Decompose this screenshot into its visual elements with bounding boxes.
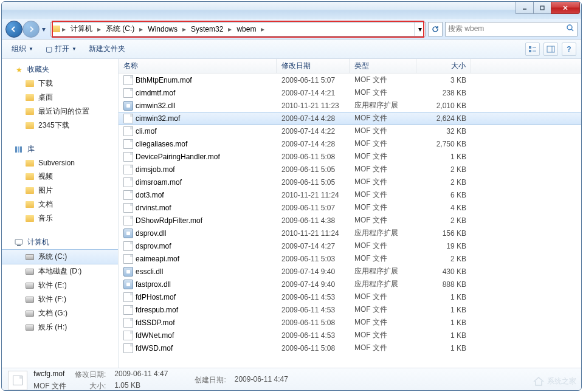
file-row[interactable]: fdrespub.mof 2009-06-11 4:53 MOF 文件 1 KB <box>119 303 581 316</box>
view-mode-button[interactable] <box>525 43 540 56</box>
file-row[interactable]: cimdmtf.mof 2009-07-14 4:21 MOF 文件 238 K… <box>119 86 581 99</box>
nav-item[interactable]: 视频 <box>2 170 118 184</box>
file-row[interactable]: drvinst.mof 2009-06-11 5:07 MOF 文件 4 KB <box>119 201 581 214</box>
open-icon: ▢ <box>46 45 52 53</box>
file-row[interactable]: cli.mof 2009-07-14 4:22 MOF 文件 32 KB <box>119 125 581 137</box>
nav-item[interactable]: 文档 <box>2 198 118 211</box>
chevron-right-icon[interactable]: ▸ <box>61 25 67 33</box>
file-row[interactable]: dsprov.mof 2009-07-14 4:27 MOF 文件 19 KB <box>119 239 581 252</box>
forward-button[interactable] <box>22 21 40 38</box>
file-row[interactable]: fdWNet.mof 2009-06-11 4:53 MOF 文件 1 KB <box>119 329 581 342</box>
nav-item[interactable]: 系统 (C:) <box>2 249 118 264</box>
nav-item[interactable]: 文档 (G:) <box>2 306 118 320</box>
nav-group-header[interactable]: ★收藏夹 <box>2 63 118 77</box>
maximize-button[interactable] <box>533 2 551 14</box>
file-name: BthMtpEnum.mof <box>136 76 192 84</box>
file-row[interactable]: cimwin32.dll 2010-11-21 11:23 应用程序扩展 2,0… <box>119 99 581 112</box>
document-icon <box>123 114 133 123</box>
file-date: 2009-07-14 9:40 <box>277 280 350 289</box>
file-row[interactable]: dsprov.dll 2010-11-21 11:24 应用程序扩展 156 K… <box>119 227 581 239</box>
document-icon <box>123 165 133 174</box>
chevron-right-icon[interactable]: ▸ <box>260 25 266 33</box>
dll-icon <box>123 267 133 277</box>
column-date[interactable]: 修改日期 <box>277 59 350 73</box>
nav-item-icon <box>25 79 35 89</box>
chevron-right-icon[interactable]: ▸ <box>181 25 187 33</box>
nav-item[interactable]: 最近访问的位置 <box>2 105 118 119</box>
file-row[interactable]: cimwin32.mof 2009-07-14 4:28 MOF 文件 2,62… <box>119 112 581 125</box>
search-icon[interactable] <box>566 24 574 34</box>
help-button[interactable]: ? <box>562 43 576 56</box>
refresh-button[interactable] <box>428 22 443 36</box>
toolbar: 组织 ▼ ▢ 打开 ▼ 新建文件夹 ? <box>2 40 581 59</box>
file-row[interactable]: BthMtpEnum.mof 2009-06-11 5:07 MOF 文件 3 … <box>119 74 581 86</box>
document-icon <box>123 88 133 98</box>
chevron-right-icon[interactable]: ▸ <box>96 25 102 33</box>
minimize-button[interactable] <box>516 2 534 14</box>
file-row[interactable]: DevicePairingHandler.mof 2009-06-11 5:08… <box>119 150 581 163</box>
column-name[interactable]: 名称 <box>119 59 277 73</box>
nav-item[interactable]: 娱乐 (H:) <box>2 320 118 334</box>
search-placeholder: 搜索 wbem <box>448 24 484 34</box>
back-button[interactable] <box>5 21 22 38</box>
organize-button[interactable]: 组织 ▼ <box>7 41 38 57</box>
file-row[interactable]: dimsjob.mof 2009-06-11 5:05 MOF 文件 2 KB <box>119 163 581 176</box>
nav-item[interactable]: 桌面 <box>2 91 118 105</box>
preview-pane-button[interactable] <box>543 43 558 56</box>
file-type: MOF 文件 <box>350 139 416 149</box>
file-size: 1 KB <box>416 318 471 327</box>
file-row[interactable]: fdPHost.mof 2009-06-11 4:53 MOF 文件 1 KB <box>119 291 581 303</box>
chevron-right-icon[interactable]: ▸ <box>138 25 144 33</box>
svg-rect-16 <box>17 245 21 246</box>
title-bar[interactable] <box>2 2 581 19</box>
file-name: dsprov.dll <box>136 229 166 238</box>
search-input[interactable]: 搜索 wbem <box>445 22 578 36</box>
file-name: cimwin32.mof <box>136 114 180 123</box>
file-row[interactable]: fdWSD.mof 2009-06-11 5:08 MOF 文件 1 KB <box>119 342 581 354</box>
address-dropdown[interactable]: ▾ <box>414 22 425 36</box>
nav-item[interactable]: 图片 <box>2 184 118 198</box>
file-row[interactable]: cliegaliases.mof 2009-07-14 4:28 MOF 文件 … <box>119 137 581 150</box>
file-row[interactable]: eaimeapi.mof 2009-06-11 5:03 MOF 文件 2 KB <box>119 252 581 265</box>
nav-item[interactable]: 本地磁盘 (D:) <box>2 264 118 278</box>
svg-rect-12 <box>15 146 17 153</box>
document-icon <box>123 254 133 264</box>
file-row[interactable]: esscli.dll 2009-07-14 9:40 应用程序扩展 430 KB <box>119 265 581 278</box>
nav-item[interactable]: 下载 <box>2 77 118 91</box>
nav-history-dropdown[interactable]: ▾ <box>40 21 48 38</box>
nav-item-icon <box>25 267 35 277</box>
document-icon <box>123 190 133 200</box>
file-list[interactable]: BthMtpEnum.mof 2009-06-11 5:07 MOF 文件 3 … <box>119 74 581 368</box>
nav-item[interactable]: Subversion <box>2 156 118 170</box>
file-name: dsprov.mof <box>136 242 171 250</box>
breadcrumb-segment[interactable]: System32 <box>187 22 227 36</box>
nav-item[interactable]: 2345下载 <box>2 119 118 132</box>
address-bar-row: ▾ ▸ 计算机▸系统 (C:)▸Windows▸System32▸wbem▸ ▾… <box>2 19 581 40</box>
file-size: 238 KB <box>416 89 471 97</box>
file-row[interactable]: fdSSDP.mof 2009-06-11 5:08 MOF 文件 1 KB <box>119 316 581 329</box>
nav-item-icon <box>25 107 35 117</box>
file-row[interactable]: dimsroam.mof 2009-06-11 5:05 MOF 文件 2 KB <box>119 176 581 188</box>
file-size: 2 KB <box>416 216 471 225</box>
breadcrumb-segment[interactable]: 计算机 <box>67 22 96 36</box>
nav-item[interactable]: 软件 (F:) <box>2 292 118 306</box>
nav-item[interactable]: 软件 (E:) <box>2 278 118 292</box>
breadcrumb-segment[interactable]: 系统 (C:) <box>102 22 138 36</box>
file-row[interactable]: DShowRdpFilter.mof 2009-06-11 4:38 MOF 文… <box>119 214 581 227</box>
file-date: 2009-06-11 4:53 <box>277 293 350 301</box>
breadcrumb-segment[interactable]: Windows <box>144 22 181 36</box>
nav-item[interactable]: 音乐 <box>2 211 118 225</box>
nav-group-header[interactable]: 计算机 <box>2 235 118 249</box>
file-row[interactable]: fastprox.dll 2009-07-14 9:40 应用程序扩展 888 … <box>119 278 581 291</box>
new-folder-button[interactable]: 新建文件夹 <box>84 41 130 57</box>
close-button[interactable] <box>551 2 580 14</box>
column-type[interactable]: 类型 <box>350 59 416 73</box>
address-box[interactable]: ▸ 计算机▸系统 (C:)▸Windows▸System32▸wbem▸ ▾ <box>50 22 426 36</box>
breadcrumb-segment[interactable]: wbem <box>233 22 260 36</box>
nav-group-header[interactable]: 库 <box>2 142 118 156</box>
chevron-right-icon[interactable]: ▸ <box>227 25 233 33</box>
file-row[interactable]: dot3.mof 2010-11-21 11:24 MOF 文件 6 KB <box>119 188 581 201</box>
file-name: fdWNet.mof <box>136 331 174 340</box>
open-button[interactable]: ▢ 打开 ▼ <box>41 41 81 57</box>
column-size[interactable]: 大小 <box>416 59 471 73</box>
